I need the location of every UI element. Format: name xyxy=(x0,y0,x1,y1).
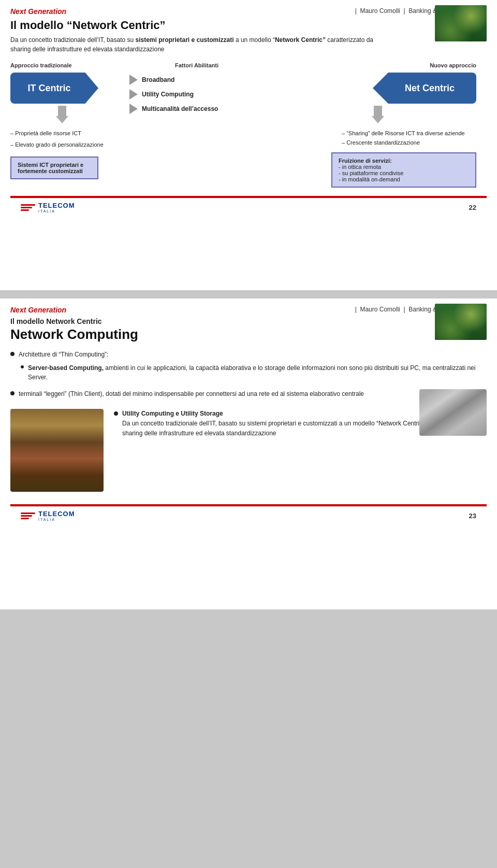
fruizione-box: Fruizione di servizi: - in ottica remota… xyxy=(331,152,476,188)
arrow-down-left xyxy=(54,106,70,124)
sistemi-box: Sistemi ICT proprietari e fortemente cus… xyxy=(10,156,98,179)
right-bullets: – “Sharing” delle Risorse ICT tra divers… xyxy=(342,129,476,147)
slide2-footer: TELECOM ITALIA 23 xyxy=(10,506,487,524)
inner-bullet-text-1: Server-based Computing, ambienti in cui … xyxy=(28,363,487,382)
col-right-label: Nuovo approccio xyxy=(430,62,476,68)
fruizione-item-1: - in ottica remota xyxy=(339,164,469,170)
telecom-text-2: TELECOM xyxy=(38,510,75,518)
arrow-down-right xyxy=(370,106,386,124)
bullet-outer-2: terminali “leggeri” (Thin Client), dotat… xyxy=(10,389,383,399)
center-arrows: Broadband Utility Computing Multicanalit… xyxy=(129,75,264,114)
box-net-centric: Net Centric xyxy=(373,73,476,104)
utility-section: Utility Computing e Utility Storage Da u… xyxy=(10,409,487,492)
header-image-2 xyxy=(435,304,487,340)
slide2-header: Next Generation | Mauro Comolli | Bankin… xyxy=(10,306,487,314)
bullet-section-1: Architetture di “Thin Computing”: Server… xyxy=(10,350,487,382)
page-number-1: 22 xyxy=(469,204,476,211)
brand-logo-2: Next Generation xyxy=(10,306,66,314)
arrow-text-1: Broadband xyxy=(142,76,174,83)
arrow-right-icon-1 xyxy=(129,75,138,85)
box-it-centric: IT Centric xyxy=(10,73,98,104)
telecom-sub-2: ITALIA xyxy=(38,518,75,521)
bullet-section-2: terminali “leggeri” (Thin Client), dotat… xyxy=(10,389,383,399)
bullet-text-1: Architetture di “Thin Computing”: xyxy=(19,350,108,359)
slide1-title: Il modello “Network Centric” xyxy=(10,19,487,32)
telecom-sub-1: ITALIA xyxy=(38,209,75,213)
left-bullets: – Proprietà delle risorse ICT – Elevato … xyxy=(10,129,104,151)
bullet-outer-1: Architetture di “Thin Computing”: xyxy=(10,350,487,359)
slide-2: Next Generation | Mauro Comolli | Bankin… xyxy=(0,298,497,609)
fruizione-title: Fruizione di servizi: xyxy=(339,158,469,164)
telecom-text-1: TELECOM xyxy=(38,202,75,209)
fruizione-item-2: - su piattaforme condivise xyxy=(339,170,469,176)
bullet-dot-2 xyxy=(10,391,14,395)
arrow-right-icon-3 xyxy=(129,104,138,114)
col-left: Approccio tradizionale IT Centric – Prop… xyxy=(10,62,114,179)
telecom-logo-1: TELECOM ITALIA xyxy=(21,202,75,213)
telecom-waves-1 xyxy=(21,204,35,211)
col-center-label: Fattori Abilitanti xyxy=(175,62,218,68)
diagram-area-1: Approccio tradizionale IT Centric – Prop… xyxy=(10,62,476,188)
arrow-text-3: Multicanalità dell’accesso xyxy=(142,105,218,112)
inner-dot-1 xyxy=(21,365,24,368)
inner-bullets-1: Server-based Computing, ambienti in cui … xyxy=(21,363,487,382)
computer-image xyxy=(419,389,487,436)
slide1-subtitle: Da un concetto tradizionale dell’IT, bas… xyxy=(10,35,383,54)
arrow-row-1: Broadband xyxy=(129,75,264,85)
fruizione-item-3: - in modalità on-demand xyxy=(339,176,469,182)
brand-logo-1: Next Generation xyxy=(10,7,66,16)
telecom-waves-2 xyxy=(21,513,35,519)
server-rack-image xyxy=(10,409,104,492)
slide1-footer: TELECOM ITALIA 22 xyxy=(10,198,487,216)
inner-bullet-row-1: Server-based Computing, ambienti in cui … xyxy=(21,363,487,382)
col-left-label: Approccio tradizionale xyxy=(10,62,72,68)
slide1-header: Next Generation | Mauro Comolli | Bankin… xyxy=(10,7,487,16)
arrow-row-3: Multicanalità dell’accesso xyxy=(129,104,264,114)
slide-1: Next Generation | Mauro Comolli | Bankin… xyxy=(0,0,497,290)
utility-dot xyxy=(114,411,118,416)
arrow-text-2: Utility Computing xyxy=(142,91,194,98)
slide2-title-small: Il modello Network Centric xyxy=(10,317,487,325)
page-number-2: 23 xyxy=(469,512,476,520)
col-right: Nuovo approccio Net Centric – “Sharing” … xyxy=(280,62,476,188)
slide2-title-large: Network Computing xyxy=(10,326,487,343)
arrow-row-2: Utility Computing xyxy=(129,89,264,99)
col-center: Fattori Abilitanti Broadband Utility Com… xyxy=(114,62,280,114)
header-image-1 xyxy=(435,5,487,41)
arrow-right-icon-2 xyxy=(129,89,138,99)
telecom-logo-2: TELECOM ITALIA xyxy=(21,510,75,521)
bullet-dot-1 xyxy=(10,352,14,356)
bullet-text-2: terminali “leggeri” (Thin Client), dotat… xyxy=(19,389,364,399)
